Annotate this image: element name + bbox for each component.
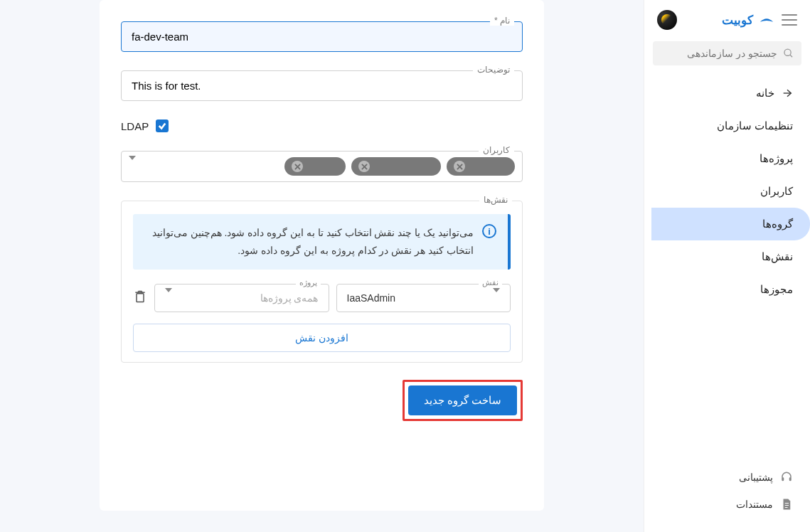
dropdown-caret-icon[interactable] xyxy=(129,160,136,173)
brand[interactable]: کوبیت xyxy=(722,13,774,28)
chip-remove-icon[interactable] xyxy=(358,161,370,172)
add-role-button[interactable]: افزودن نقش xyxy=(133,324,511,352)
desc-input[interactable] xyxy=(121,70,523,101)
project-select-label: پروژه xyxy=(296,278,321,287)
nav-roles[interactable]: نقش‌ها xyxy=(651,240,810,273)
nav-label: خانه xyxy=(756,87,774,100)
role-select-wrap: نقش IaaSAdmin xyxy=(336,284,511,312)
nav-label: تنظیمات سازمان xyxy=(717,119,793,132)
svg-rect-11 xyxy=(137,294,144,302)
nav-label: مستندات xyxy=(736,499,773,510)
user-chip xyxy=(447,157,515,176)
brand-logo-icon xyxy=(759,15,774,25)
nav-docs[interactable]: مستندات xyxy=(651,491,810,518)
name-field: نام * xyxy=(121,21,523,52)
main-content: نام * توضیحات LDAP کاربران نقش‌ها i م xyxy=(0,0,644,532)
svg-rect-3 xyxy=(782,477,784,481)
desc-label: توضیحات xyxy=(473,65,514,75)
menu-icon[interactable] xyxy=(782,14,797,26)
name-input[interactable] xyxy=(121,21,523,52)
role-value: IaaSAdmin xyxy=(347,292,395,304)
headset-icon xyxy=(780,471,793,484)
nav-label: گروه‌ها xyxy=(762,218,793,230)
form-card: نام * توضیحات LDAP کاربران نقش‌ها i م xyxy=(100,0,544,511)
nav-users[interactable]: کاربران xyxy=(651,175,810,208)
project-select[interactable]: همه‌ی پروژه‌ها xyxy=(154,284,329,312)
sidebar-header: کوبیت xyxy=(644,0,810,37)
trash-icon xyxy=(133,289,147,304)
project-select-wrap: پروژه همه‌ی پروژه‌ها xyxy=(154,284,329,312)
nav-label: نقش‌ها xyxy=(762,250,793,263)
nav-label: مجوزها xyxy=(760,283,793,296)
caret-icon xyxy=(493,292,500,304)
caret-icon xyxy=(165,292,172,304)
sidebar: کوبیت خانه تنظیمات سازمان پروژه‌ها کاربر… xyxy=(644,0,810,532)
avatar[interactable] xyxy=(657,10,677,30)
user-chip xyxy=(351,157,441,176)
user-chip xyxy=(284,157,346,176)
chip-remove-icon[interactable] xyxy=(454,161,465,172)
ldap-label: LDAP xyxy=(121,120,149,132)
nav-support[interactable]: پشتیبانی xyxy=(651,464,810,491)
nav-label: کاربران xyxy=(760,185,793,198)
users-label: کاربران xyxy=(479,145,514,155)
info-icon: i xyxy=(482,224,496,238)
svg-point-0 xyxy=(784,49,791,55)
roles-panel: نقش‌ها i می‌توانید یک یا چند نقش انتخاب … xyxy=(121,201,523,363)
desc-field: توضیحات xyxy=(121,70,523,101)
nav-list: خانه تنظیمات سازمان پروژه‌ها کاربران گرو… xyxy=(644,73,810,457)
name-label: نام * xyxy=(490,16,514,26)
nav-licenses[interactable]: مجوزها xyxy=(651,273,810,306)
search-icon xyxy=(783,47,794,60)
ldap-checkbox[interactable] xyxy=(156,119,169,132)
search-input[interactable] xyxy=(660,48,777,59)
info-text: می‌توانید یک یا چند نقش انتخاب کنید تا ب… xyxy=(144,224,474,260)
roles-legend: نقش‌ها xyxy=(479,195,512,205)
chip-remove-icon[interactable] xyxy=(292,161,303,172)
svg-rect-4 xyxy=(789,477,792,481)
role-select-label: نقش xyxy=(479,278,502,287)
search-field[interactable] xyxy=(653,41,801,65)
document-icon xyxy=(780,498,793,511)
nav-label: پروژه‌ها xyxy=(760,152,793,165)
delete-role-button[interactable] xyxy=(133,289,147,307)
nav-projects[interactable]: پروژه‌ها xyxy=(651,142,810,175)
submit-row: ساخت گروه جدید xyxy=(121,380,523,421)
nav-label: پشتیبانی xyxy=(739,472,773,483)
ldap-row[interactable]: LDAP xyxy=(121,119,523,132)
svg-line-1 xyxy=(790,55,792,57)
nav-org-settings[interactable]: تنظیمات سازمان xyxy=(651,110,810,142)
nav-groups[interactable]: گروه‌ها xyxy=(651,208,810,240)
users-input[interactable] xyxy=(121,151,523,182)
project-placeholder: همه‌ی پروژه‌ها xyxy=(260,292,319,304)
users-field: کاربران xyxy=(121,151,523,182)
nav-home[interactable]: خانه xyxy=(651,77,810,110)
check-icon xyxy=(158,122,166,130)
nav-footer: پشتیبانی مستندات xyxy=(644,457,810,532)
role-select[interactable]: IaaSAdmin xyxy=(336,284,511,312)
role-row: نقش IaaSAdmin پروژه همه‌ی پروژه‌ها xyxy=(133,284,511,312)
create-group-button[interactable]: ساخت گروه جدید xyxy=(408,385,517,415)
highlight-box: ساخت گروه جدید xyxy=(403,380,523,421)
arrow-icon xyxy=(782,87,793,99)
info-box: i می‌توانید یک یا چند نقش انتخاب کنید تا… xyxy=(133,214,511,270)
brand-name: کوبیت xyxy=(722,13,753,28)
